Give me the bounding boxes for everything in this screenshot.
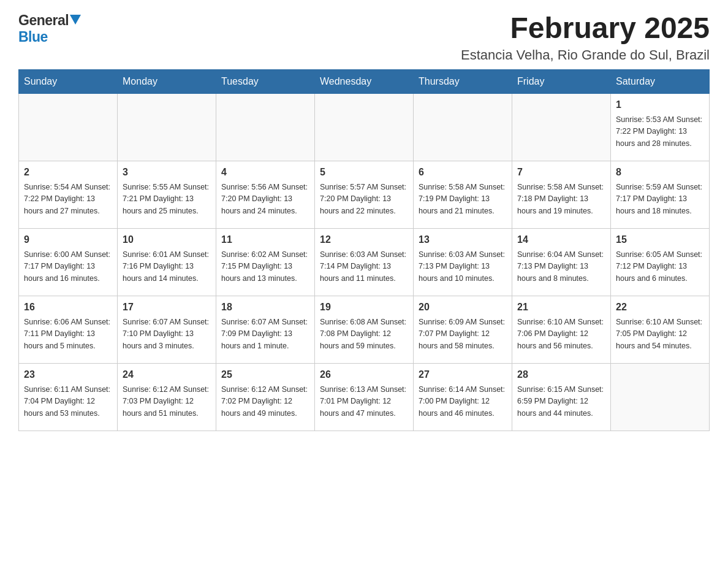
calendar-day-cell: 15Sunrise: 6:05 AM Sunset: 7:12 PM Dayli… [611,228,710,296]
calendar-day-cell: 2Sunrise: 5:54 AM Sunset: 7:22 PM Daylig… [19,161,118,228]
calendar-day-cell: 11Sunrise: 6:02 AM Sunset: 7:15 PM Dayli… [216,228,315,296]
calendar-day-cell [611,363,710,431]
calendar-day-cell [118,93,216,161]
day-number: 12 [320,232,408,247]
day-info: Sunrise: 6:12 AM Sunset: 7:02 PM Dayligh… [221,384,309,419]
svg-marker-0 [70,15,81,25]
calendar-header-wednesday: Wednesday [315,69,414,93]
day-info: Sunrise: 6:03 AM Sunset: 7:14 PM Dayligh… [320,249,408,285]
day-number: 4 [221,165,309,180]
calendar-day-cell: 8Sunrise: 5:59 AM Sunset: 7:17 PM Daylig… [611,161,710,228]
day-number: 14 [517,232,605,247]
day-number: 10 [123,232,211,247]
calendar-header-friday: Friday [512,69,611,93]
day-info: Sunrise: 5:58 AM Sunset: 7:19 PM Dayligh… [419,182,507,217]
day-number: 15 [616,232,704,247]
calendar-header-saturday: Saturday [611,69,710,93]
day-info: Sunrise: 6:13 AM Sunset: 7:01 PM Dayligh… [320,384,408,419]
calendar-day-cell [216,93,315,161]
day-info: Sunrise: 5:58 AM Sunset: 7:18 PM Dayligh… [517,182,605,217]
calendar-day-cell: 14Sunrise: 6:04 AM Sunset: 7:13 PM Dayli… [512,228,611,296]
calendar-day-cell: 28Sunrise: 6:15 AM Sunset: 6:59 PM Dayli… [512,363,611,431]
day-number: 23 [24,367,112,382]
day-number: 1 [616,98,704,112]
calendar-week-row: 9Sunrise: 6:00 AM Sunset: 7:17 PM Daylig… [19,228,710,296]
day-number: 17 [123,300,211,315]
calendar-day-cell: 24Sunrise: 6:12 AM Sunset: 7:03 PM Dayli… [118,363,216,431]
calendar-day-cell [414,93,512,161]
calendar-day-cell: 23Sunrise: 6:11 AM Sunset: 7:04 PM Dayli… [19,363,118,431]
calendar-day-cell: 5Sunrise: 5:57 AM Sunset: 7:20 PM Daylig… [315,161,414,228]
day-info: Sunrise: 5:56 AM Sunset: 7:20 PM Dayligh… [221,182,309,217]
day-info: Sunrise: 6:01 AM Sunset: 7:16 PM Dayligh… [123,249,211,285]
calendar-day-cell [512,93,611,161]
calendar-day-cell: 25Sunrise: 6:12 AM Sunset: 7:02 PM Dayli… [216,363,315,431]
calendar-day-cell: 18Sunrise: 6:07 AM Sunset: 7:09 PM Dayli… [216,296,315,363]
calendar-week-row: 2Sunrise: 5:54 AM Sunset: 7:22 PM Daylig… [19,161,710,228]
day-number: 5 [320,165,408,180]
day-info: Sunrise: 6:10 AM Sunset: 7:05 PM Dayligh… [616,316,704,352]
day-info: Sunrise: 6:00 AM Sunset: 7:17 PM Dayligh… [24,249,112,285]
title-section: February 2025 Estancia Velha, Rio Grande… [461,12,710,63]
day-number: 8 [616,165,704,180]
day-info: Sunrise: 6:09 AM Sunset: 7:07 PM Dayligh… [419,316,507,352]
calendar-day-cell: 21Sunrise: 6:10 AM Sunset: 7:06 PM Dayli… [512,296,611,363]
day-number: 2 [24,165,112,180]
day-info: Sunrise: 6:03 AM Sunset: 7:13 PM Dayligh… [419,249,507,285]
logo-general: General [18,12,69,29]
day-number: 7 [517,165,605,180]
calendar-header-row: SundayMondayTuesdayWednesdayThursdayFrid… [19,69,710,93]
day-number: 22 [616,300,704,315]
day-info: Sunrise: 6:04 AM Sunset: 7:13 PM Dayligh… [517,249,605,285]
day-info: Sunrise: 6:11 AM Sunset: 7:04 PM Dayligh… [24,384,112,419]
day-number: 24 [123,367,211,382]
day-info: Sunrise: 5:59 AM Sunset: 7:17 PM Dayligh… [616,182,704,217]
day-info: Sunrise: 6:07 AM Sunset: 7:09 PM Dayligh… [221,316,309,352]
calendar-day-cell: 22Sunrise: 6:10 AM Sunset: 7:05 PM Dayli… [611,296,710,363]
logo-triangle-icon [70,15,81,27]
calendar-table: SundayMondayTuesdayWednesdayThursdayFrid… [18,69,710,431]
calendar-day-cell: 26Sunrise: 6:13 AM Sunset: 7:01 PM Dayli… [315,363,414,431]
day-number: 28 [517,367,605,382]
calendar-day-cell: 9Sunrise: 6:00 AM Sunset: 7:17 PM Daylig… [19,228,118,296]
day-number: 21 [517,300,605,315]
calendar-day-cell: 13Sunrise: 6:03 AM Sunset: 7:13 PM Dayli… [414,228,512,296]
day-number: 9 [24,232,112,247]
day-info: Sunrise: 6:08 AM Sunset: 7:08 PM Dayligh… [320,316,408,352]
calendar-day-cell: 17Sunrise: 6:07 AM Sunset: 7:10 PM Dayli… [118,296,216,363]
day-number: 16 [24,300,112,315]
day-info: Sunrise: 6:02 AM Sunset: 7:15 PM Dayligh… [221,249,309,285]
page-header: General Blue February 2025 Estancia Velh… [18,12,710,63]
logo-blue: Blue [18,29,48,45]
calendar-day-cell: 6Sunrise: 5:58 AM Sunset: 7:19 PM Daylig… [414,161,512,228]
day-info: Sunrise: 6:05 AM Sunset: 7:12 PM Dayligh… [616,249,704,285]
day-info: Sunrise: 6:07 AM Sunset: 7:10 PM Dayligh… [123,316,211,352]
day-info: Sunrise: 6:10 AM Sunset: 7:06 PM Dayligh… [517,316,605,352]
calendar-header-tuesday: Tuesday [216,69,315,93]
day-number: 25 [221,367,309,382]
day-info: Sunrise: 6:15 AM Sunset: 6:59 PM Dayligh… [517,384,605,419]
day-info: Sunrise: 5:53 AM Sunset: 7:22 PM Dayligh… [616,114,704,150]
calendar-header-thursday: Thursday [414,69,512,93]
logo: General Blue [18,12,81,45]
calendar-day-cell: 20Sunrise: 6:09 AM Sunset: 7:07 PM Dayli… [414,296,512,363]
calendar-week-row: 23Sunrise: 6:11 AM Sunset: 7:04 PM Dayli… [19,363,710,431]
day-number: 20 [419,300,507,315]
calendar-day-cell: 4Sunrise: 5:56 AM Sunset: 7:20 PM Daylig… [216,161,315,228]
day-info: Sunrise: 5:54 AM Sunset: 7:22 PM Dayligh… [24,182,112,217]
month-title: February 2025 [461,12,710,45]
location-title: Estancia Velha, Rio Grande do Sul, Brazi… [461,47,710,63]
calendar-day-cell: 19Sunrise: 6:08 AM Sunset: 7:08 PM Dayli… [315,296,414,363]
calendar-day-cell: 12Sunrise: 6:03 AM Sunset: 7:14 PM Dayli… [315,228,414,296]
calendar-day-cell: 16Sunrise: 6:06 AM Sunset: 7:11 PM Dayli… [19,296,118,363]
calendar-day-cell [315,93,414,161]
calendar-day-cell: 7Sunrise: 5:58 AM Sunset: 7:18 PM Daylig… [512,161,611,228]
calendar-day-cell: 27Sunrise: 6:14 AM Sunset: 7:00 PM Dayli… [414,363,512,431]
day-number: 13 [419,232,507,247]
calendar-header-monday: Monday [118,69,216,93]
day-number: 27 [419,367,507,382]
day-number: 3 [123,165,211,180]
calendar-day-cell: 10Sunrise: 6:01 AM Sunset: 7:16 PM Dayli… [118,228,216,296]
calendar-day-cell [19,93,118,161]
day-number: 19 [320,300,408,315]
